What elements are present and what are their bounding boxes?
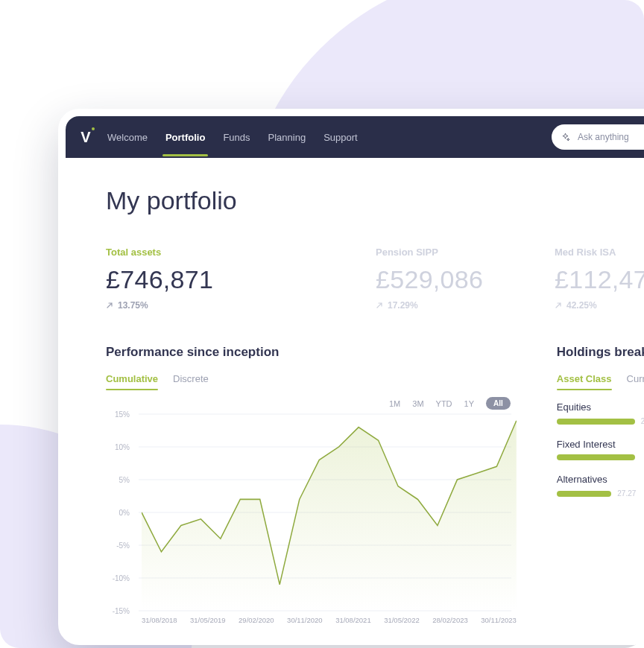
primary-nav: Welcome Portfolio Funds Planning Support [106,118,359,156]
chart-x-axis: 31/08/201831/05/201929/02/202030/11/2020… [142,616,517,624]
tab-asset-class[interactable]: Asset Class [557,370,612,390]
performance-chart: 15%10%5%0%-5%-10%-15% [106,414,517,623]
holdings-row-bar [557,491,612,497]
summary-isa-label: Med Risk ISA [555,247,644,258]
holdings-row-value: 29 [641,417,644,425]
summary-isa[interactable]: Med Risk ISA £112,478 42.25% [555,247,644,311]
holdings-row-name: Alternatives [557,474,644,485]
search-bar[interactable] [552,124,644,150]
range-ytd[interactable]: YTD [436,399,452,408]
nav-portfolio[interactable]: Portfolio [164,118,206,156]
tab-currency[interactable]: Currency [627,370,644,390]
arrow-up-right-icon [106,302,113,309]
chart-plot [142,414,517,611]
stage: V Welcome Portfolio Funds Planning Suppo… [0,0,644,648]
summary-row: Total assets £746,871 13.75% Pension SIP… [106,247,644,311]
sparkle-icon [561,133,570,142]
summary-pension-amount: £529,086 [376,265,502,294]
nav-welcome[interactable]: Welcome [106,118,149,156]
holdings-row[interactable]: Alternatives27.27 [557,474,644,498]
nav-funds[interactable]: Funds [221,118,251,156]
content: My portfolio Total assets £746,871 13.75… [66,158,644,638]
summary-total[interactable]: Total assets £746,871 13.75% [106,247,233,311]
summary-pension[interactable]: Pension SIPP £529,086 17.29% [376,247,502,311]
performance-title: Performance since inception [106,345,517,360]
columns: Performance since inception Cumulative D… [106,345,644,623]
summary-isa-change: 42.25% [555,300,644,311]
summary-total-change: 13.75% [106,300,233,311]
range-selector: 1M 3M YTD 1Y All [106,397,511,410]
nav-support[interactable]: Support [322,118,359,156]
holdings-panel: Holdings breakdown Asset Class Currency … [557,345,644,623]
page-title: My portfolio [106,186,644,215]
logo-icon: V [79,129,92,146]
performance-tabs: Cumulative Discrete [106,370,517,391]
app-window: V Welcome Portfolio Funds Planning Suppo… [58,109,644,645]
arrow-up-right-icon [555,302,562,309]
range-3m[interactable]: 3M [412,399,423,408]
performance-panel: Performance since inception Cumulative D… [106,345,517,623]
range-1m[interactable]: 1M [389,399,400,408]
holdings-list: Equities29Fixed InterestAlternatives27.2… [557,401,644,498]
nav-planning[interactable]: Planning [267,118,308,156]
holdings-tabs: Asset Class Currency [557,370,644,391]
holdings-row-bar [557,454,635,460]
holdings-row-bar [557,419,635,425]
tab-discrete[interactable]: Discrete [173,370,209,390]
holdings-title: Holdings breakdown [557,345,644,360]
summary-total-amount: £746,871 [106,265,233,294]
topbar: V Welcome Portfolio Funds Planning Suppo… [66,116,644,158]
summary-pension-label: Pension SIPP [376,247,502,258]
holdings-row[interactable]: Fixed Interest [557,439,644,460]
summary-total-label: Total assets [106,247,233,258]
arrow-up-right-icon [376,302,383,309]
summary-pension-change: 17.29% [376,300,502,311]
chart-y-axis: 15%10%5%0%-5%-10%-15% [106,414,136,611]
holdings-row-value: 27.27 [617,489,636,498]
tab-cumulative[interactable]: Cumulative [106,370,158,390]
holdings-row-name: Equities [557,401,644,413]
holdings-row[interactable]: Equities29 [557,401,644,425]
range-all[interactable]: All [486,397,511,410]
search-input[interactable] [576,131,644,143]
range-1y[interactable]: 1Y [464,399,474,408]
summary-isa-amount: £112,478 [555,265,644,294]
holdings-row-name: Fixed Interest [557,439,644,450]
